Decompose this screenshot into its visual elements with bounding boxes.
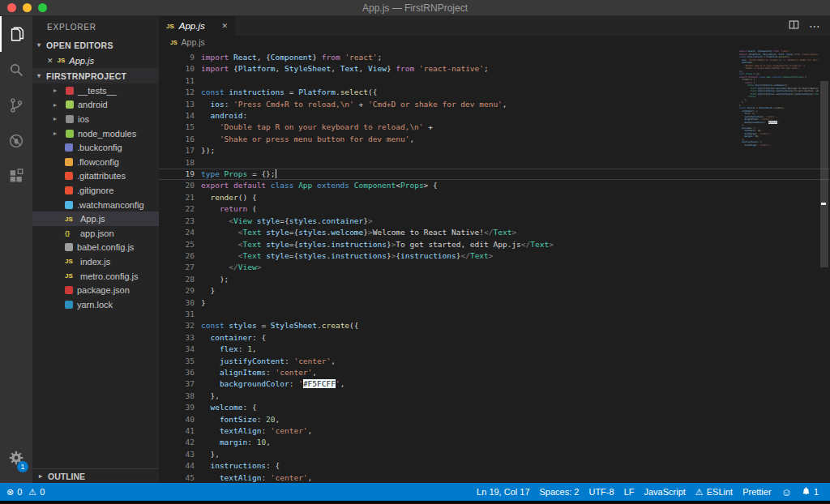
tree-item[interactable]: babel.config.js	[32, 241, 159, 255]
code-line[interactable]: 37 backgroundColor: '#F5FCFF',	[159, 378, 830, 390]
close-icon[interactable]: ✕	[47, 57, 53, 65]
tree-item[interactable]: .watchmanconfig	[32, 198, 159, 212]
code-editor[interactable]: 9import React, {Component} from 'react';…	[159, 49, 830, 483]
file-icon	[65, 186, 73, 194]
code-line[interactable]: 42 margin: 10,	[159, 437, 830, 448]
code-line[interactable]: 27 </View>	[159, 262, 830, 273]
file-icon	[65, 286, 73, 294]
debug-icon[interactable]	[0, 123, 32, 159]
titlebar: App.js — FirstRNProject	[0, 0, 830, 16]
tree-item[interactable]: ▸ios	[32, 112, 159, 126]
status-item-language-mode[interactable]: JavaScript	[639, 483, 690, 501]
code-line[interactable]: 44 instructions: {	[159, 460, 830, 472]
code-line[interactable]: 33 container: {	[159, 332, 830, 344]
editor-group: JS App.js ✕ ⋯ JS App.js 9imp	[159, 16, 830, 483]
folder-icon	[66, 115, 74, 123]
code-line[interactable]: 30}	[159, 297, 830, 309]
problems-indicator[interactable]: ⊗ 0 ⚠ 0	[6, 483, 49, 501]
code-line[interactable]: 13 ios: 'Press Cmd+R to reload,\n' + 'Cm…	[159, 99, 830, 110]
status-item-cursor-position[interactable]: Ln 19, Col 17	[472, 483, 534, 501]
project-root-header[interactable]: ▾ FIRSTRNPROJECT	[32, 68, 159, 83]
code-line[interactable]: 39 welcome: {	[159, 402, 830, 413]
line-number: 31	[159, 309, 195, 320]
tab-appjs[interactable]: JS App.js ✕	[159, 16, 235, 36]
code-line[interactable]: 45 textAlign: 'center',	[159, 472, 830, 483]
code-line[interactable]: 22 return (	[159, 203, 830, 215]
code-line[interactable]: 24 <Text style={styles.welcome}>Welcome …	[159, 227, 830, 238]
source-control-icon[interactable]	[0, 88, 32, 123]
code-line[interactable]: 29 }	[159, 285, 830, 297]
code-line[interactable]: 31	[159, 309, 830, 320]
code-line[interactable]: 20export default class App extends Compo…	[159, 180, 830, 191]
status-item-eslint[interactable]: ⚠ESLint	[691, 483, 738, 501]
tree-item[interactable]: yarn.lock	[32, 297, 159, 312]
code-line[interactable]: 21 render() {	[159, 192, 830, 203]
open-editors-header[interactable]: ▾ OPEN EDITORS	[32, 37, 159, 53]
tree-item[interactable]: .gitignore	[32, 183, 159, 198]
more-actions-icon[interactable]: ⋯	[809, 19, 820, 32]
code-line[interactable]: 36 alignItems: 'center',	[159, 367, 830, 378]
status-item-notifications[interactable]: 1	[797, 483, 824, 501]
code-line[interactable]: 38 },	[159, 391, 830, 402]
status-item-indentation[interactable]: Spaces: 2	[535, 483, 584, 501]
close-icon[interactable]: ✕	[221, 22, 228, 30]
tree-item[interactable]: .flowconfig	[32, 155, 159, 169]
close-window-button[interactable]	[7, 3, 16, 12]
code-line[interactable]: 9import React, {Component} from 'react';	[159, 52, 830, 63]
status-item-encoding[interactable]: UTF-8	[584, 483, 618, 501]
code-line[interactable]: 28 );	[159, 274, 830, 285]
status-item-prettier[interactable]: Prettier	[738, 483, 776, 501]
bottom-strip	[0, 501, 830, 504]
code-line[interactable]: 10import {Platform, StyleSheet, Text, Vi…	[159, 63, 830, 75]
tree-item[interactable]: JSindex.js	[32, 254, 159, 269]
tree-item[interactable]: JSApp.js	[32, 211, 159, 226]
explorer-icon[interactable]	[0, 16, 32, 52]
minimap[interactable]: import React, {Component} from 'react';i…	[739, 50, 819, 147]
search-icon[interactable]	[0, 52, 32, 88]
code-line[interactable]: 35 justifyContent: 'center',	[159, 356, 830, 367]
code-line[interactable]: 41 textAlign: 'center',	[159, 425, 830, 437]
breadcrumb-item[interactable]: App.js	[182, 37, 205, 47]
scrollbar-thumb[interactable]	[820, 81, 828, 267]
status-item-feedback[interactable]: ☺	[777, 483, 797, 501]
file-icon	[65, 158, 73, 166]
settings-gear-icon[interactable]: 1	[7, 449, 25, 470]
code-line[interactable]: 43 },	[159, 449, 830, 460]
code-line[interactable]: 18	[159, 157, 830, 169]
code-line[interactable]: 34 flex: 1,	[159, 344, 830, 355]
tree-item[interactable]: package.json	[32, 283, 159, 297]
outline-header[interactable]: ▸ OUTLINE	[32, 468, 159, 483]
zoom-window-button[interactable]	[38, 3, 47, 12]
code-line[interactable]: 25 <Text style={styles.instructions}>To …	[159, 239, 830, 250]
code-line[interactable]: 15 'Double tap R on your keyboard to rel…	[159, 122, 830, 133]
tree-item[interactable]: .gitattributes	[32, 169, 159, 184]
code-line[interactable]: 19type Props = {};	[159, 169, 830, 180]
tree-item[interactable]: ▸node_modules	[32, 126, 159, 141]
tree-item[interactable]: {}app.json	[32, 226, 159, 241]
file-label: app.json	[80, 229, 114, 238]
editor-scrollbar[interactable]	[819, 49, 830, 483]
code-line[interactable]: 14 android:	[159, 110, 830, 122]
code-line[interactable]: 40 fontSize: 20,	[159, 414, 830, 425]
tree-item[interactable]: ▸android	[32, 98, 159, 113]
code-line[interactable]: 12const instructions = Platform.select({	[159, 87, 830, 98]
code-line[interactable]: 16 'Shake or press menu button for dev m…	[159, 134, 830, 145]
code-line[interactable]: 32const styles = StyleSheet.create({	[159, 320, 830, 331]
split-editor-icon[interactable]	[789, 19, 799, 33]
code-line[interactable]: 26 <Text style={styles.instructions}>{in…	[159, 250, 830, 262]
tree-item[interactable]: JSmetro.config.js	[32, 269, 159, 284]
code-line[interactable]: 11	[159, 75, 830, 87]
code-line[interactable]: 23 <View style={styles.container}>	[159, 216, 830, 227]
breadcrumb[interactable]: JS App.js	[159, 36, 830, 49]
tree-item[interactable]: .buckconfig	[32, 140, 159, 155]
minimize-window-button[interactable]	[23, 3, 32, 12]
status-item-eol[interactable]: LF	[619, 483, 640, 501]
line-number: 9	[159, 52, 195, 63]
extensions-icon[interactable]	[0, 159, 32, 194]
code-line[interactable]: 17});	[159, 145, 830, 156]
explorer-sidebar: EXPLORER ▾ OPEN EDITORS ✕ JS App.js ▾ FI…	[32, 16, 159, 483]
open-editor-item[interactable]: ✕ JS App.js	[32, 53, 159, 68]
js-file-icon: JS	[58, 57, 66, 64]
tree-item[interactable]: ▸__tests__	[32, 83, 159, 98]
file-label: babel.config.js	[77, 242, 134, 252]
